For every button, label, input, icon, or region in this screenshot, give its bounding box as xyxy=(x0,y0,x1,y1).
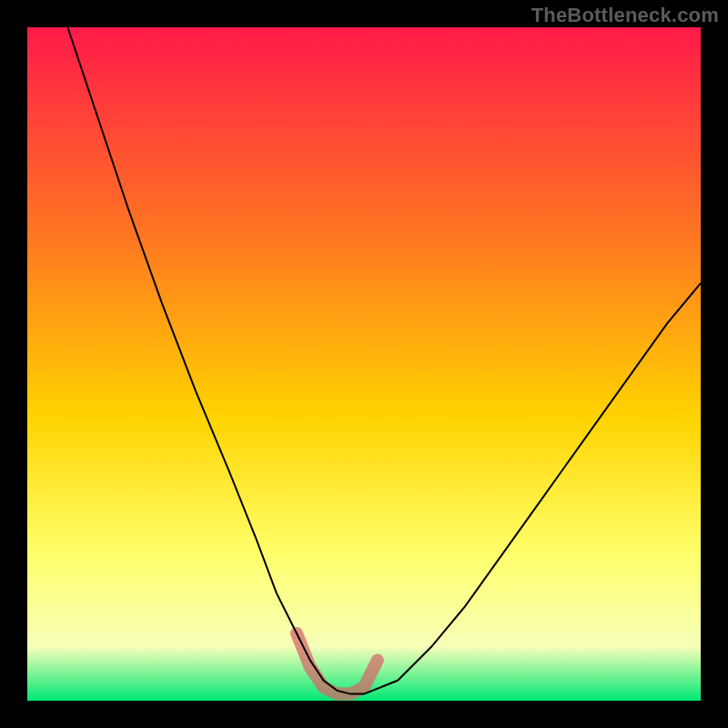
gradient-background xyxy=(27,27,701,701)
plot-area xyxy=(27,27,701,701)
chart-frame: TheBottleneck.com xyxy=(0,0,728,728)
chart-svg xyxy=(27,27,701,701)
watermark-text: TheBottleneck.com xyxy=(531,4,719,27)
